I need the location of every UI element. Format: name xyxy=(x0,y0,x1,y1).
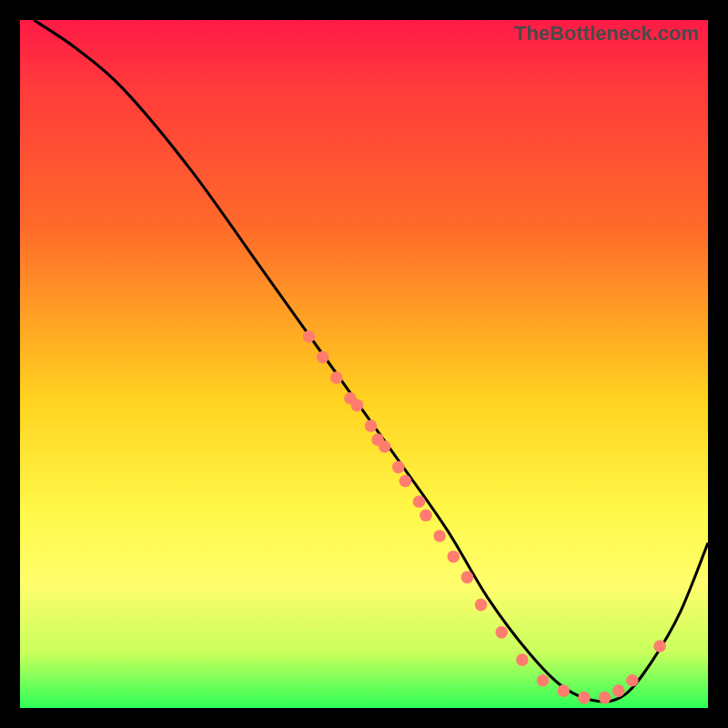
highlight-dot xyxy=(447,551,460,563)
highlight-dot xyxy=(537,674,550,687)
chart-outer: TheBottleneck.com xyxy=(0,0,728,728)
highlight-dot xyxy=(351,399,364,412)
highlight-dot xyxy=(303,330,316,343)
attribution-text: TheBottleneck.com xyxy=(514,22,699,46)
highlight-dot xyxy=(330,371,343,384)
highlight-dot xyxy=(516,653,529,666)
chart-plot-area: TheBottleneck.com xyxy=(20,20,708,708)
bottleneck-curve xyxy=(34,20,708,702)
highlight-dot xyxy=(612,684,625,697)
highlight-dot xyxy=(495,626,508,639)
highlight-dot xyxy=(653,640,666,652)
highlight-dot xyxy=(626,674,639,687)
highlight-dot xyxy=(379,440,391,453)
highlight-dot xyxy=(420,510,432,522)
highlight-dot xyxy=(399,475,412,488)
highlight-dot xyxy=(557,684,570,697)
highlight-dot xyxy=(365,420,378,432)
chart-svg xyxy=(20,20,708,708)
highlight-dot xyxy=(578,692,591,704)
highlight-dot xyxy=(599,692,612,704)
highlight-dots-group xyxy=(303,330,666,704)
highlight-dot xyxy=(433,530,446,542)
highlight-dot xyxy=(413,495,426,508)
highlight-dot xyxy=(317,351,329,364)
highlight-dot xyxy=(392,461,405,474)
highlight-dot xyxy=(475,599,488,612)
highlight-dot xyxy=(461,571,474,584)
